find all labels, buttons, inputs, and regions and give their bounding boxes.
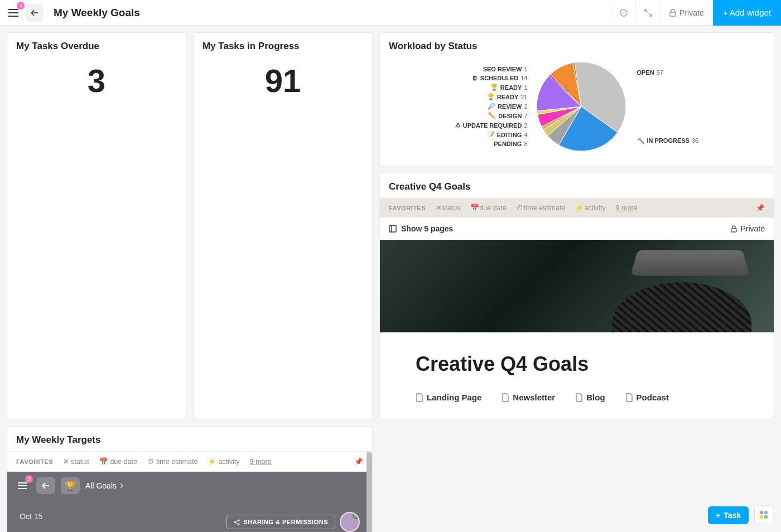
filter-more[interactable]: 9 more <box>250 458 272 466</box>
doc-link-landing[interactable]: Landing Page <box>416 393 481 402</box>
doc-hero-image <box>380 240 774 332</box>
pin-icon[interactable]: 📌 <box>354 457 363 466</box>
filter-more[interactable]: 9 more <box>616 204 638 212</box>
pie-labels-left: SEO REVIEW 1 🗓SCHEDULED 14 🏆READY 1 🏆REA… <box>455 66 528 147</box>
panel-back-button[interactable] <box>36 477 55 494</box>
panel-menu-button[interactable]: 3 <box>14 477 31 494</box>
card-tasks-inprogress: My Tasks in Progress 91 <box>193 32 373 419</box>
filter-activity[interactable]: ⚡activity <box>208 457 239 466</box>
doc-title: Creative Q4 Goals <box>380 332 774 393</box>
card-title-weekly: My Weekly Targets <box>7 427 372 446</box>
add-widget-button[interactable]: + Add widget <box>713 0 781 26</box>
svg-rect-1 <box>389 225 396 232</box>
plus-icon: + <box>716 511 720 520</box>
card-weekly-targets: My Weekly Targets FAVORITES ✕status 📅due… <box>7 426 373 532</box>
doc-private-button[interactable]: Private <box>731 224 765 233</box>
panel-date: Oct 15 <box>20 512 42 521</box>
refresh-button[interactable] <box>611 1 635 25</box>
filters-bar-creative: FAVORITES ✕status 📅due date ⏱time estima… <box>380 198 774 217</box>
doc-link-newsletter[interactable]: Newsletter <box>502 393 555 402</box>
breadcrumb-all-goals[interactable]: All Goals <box>85 481 123 490</box>
card-title-creative: Creative Q4 Goals <box>380 173 774 192</box>
svg-rect-0 <box>670 12 676 16</box>
doc-link-podcast[interactable]: Podcast <box>625 393 669 402</box>
filters-favorites[interactable]: FAVORITES <box>16 458 53 465</box>
filter-due-date[interactable]: 📅due date <box>470 204 507 212</box>
chevron-right-icon <box>120 483 123 489</box>
inner-scrollbar[interactable] <box>367 452 372 532</box>
svg-rect-2 <box>731 228 736 231</box>
filter-activity[interactable]: ⚡activity <box>575 204 605 212</box>
filters-bar-weekly: FAVORITES ✕status 📅due date ⏱time estima… <box>7 451 372 472</box>
card-tasks-overdue: My Tasks Overdue 3 <box>7 32 186 419</box>
user-avatar[interactable] <box>340 512 360 532</box>
card-title-inprogress: My Tasks in Progress <box>194 33 372 52</box>
apps-button[interactable] <box>754 505 773 524</box>
card-value-overdue: 3 <box>7 52 186 115</box>
show-pages-button[interactable]: Show 5 pages <box>389 224 453 233</box>
pages-icon <box>389 225 397 233</box>
card-title-workload: Workload by Status <box>380 33 774 52</box>
pie-chart <box>531 56 631 157</box>
menu-button[interactable]: 3 <box>4 4 22 22</box>
card-creative-goals: Creative Q4 Goals FAVORITES ✕status 📅due… <box>379 173 774 419</box>
card-workload: Workload by Status SEO REVIEW 1 🗓SCHEDUL… <box>379 32 774 166</box>
filter-time-estimate[interactable]: ⏱time estimate <box>517 204 565 212</box>
filters-favorites[interactable]: FAVORITES <box>389 205 426 211</box>
lock-icon <box>669 9 676 17</box>
private-button[interactable]: Private <box>660 1 713 25</box>
sharing-permissions-button[interactable]: SHARING & PERMISSIONS <box>226 515 335 529</box>
share-icon <box>234 519 240 525</box>
goals-panel: 3 🏆 All Goals Oct 15 SHARING <box>7 472 372 532</box>
apps-grid-icon <box>760 511 768 519</box>
page-title: My Weekly Goals <box>54 7 140 19</box>
filter-due-date[interactable]: 📅due date <box>99 457 137 466</box>
doc-link-blog[interactable]: Blog <box>575 393 605 402</box>
menu-badge: 3 <box>17 2 25 9</box>
private-label: Private <box>679 8 704 17</box>
filter-time-estimate[interactable]: ⏱time estimate <box>147 458 197 466</box>
page-icon <box>575 393 583 402</box>
card-value-inprogress: 91 <box>194 52 372 115</box>
card-title-overdue: My Tasks Overdue <box>7 33 186 52</box>
filter-status[interactable]: ✕status <box>63 457 89 466</box>
back-button[interactable] <box>26 4 44 22</box>
topbar: 3 My Weekly Goals Private + Add widget <box>0 0 781 26</box>
pie-labels-right: OPEN 57 🔨IN PROGRESS 36 <box>635 69 699 144</box>
pin-icon[interactable]: 📌 <box>756 204 765 212</box>
expand-button[interactable] <box>635 1 660 25</box>
page-icon <box>502 393 509 402</box>
lock-icon <box>731 225 737 233</box>
page-icon <box>416 393 423 402</box>
page-icon <box>625 393 633 402</box>
new-task-button[interactable]: +Task <box>708 506 749 524</box>
panel-trophy-button[interactable]: 🏆 <box>61 477 80 494</box>
doc-links: Landing Page Newsletter Blog Podcast <box>380 393 774 419</box>
filter-status[interactable]: ✕status <box>436 204 460 212</box>
